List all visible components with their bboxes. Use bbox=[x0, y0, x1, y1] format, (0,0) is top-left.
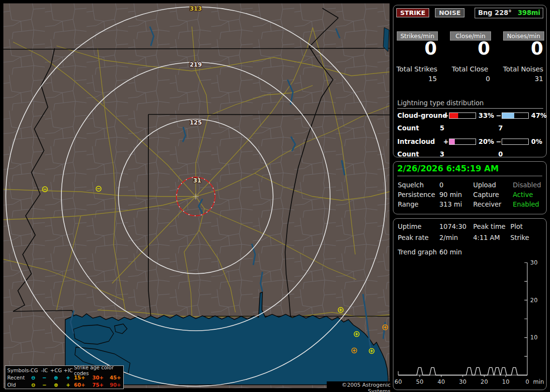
receiver-status: Enabled bbox=[513, 200, 539, 208]
minus-sign: − bbox=[496, 138, 501, 145]
trend-y-tick-label: 30 bbox=[530, 259, 537, 266]
trend-x-tick-label: 30 bbox=[459, 378, 466, 385]
lightning-map[interactable]: 313 219 125 31 bbox=[3, 3, 390, 388]
trend-x-tick-label: 50 bbox=[416, 378, 423, 385]
bearing-display: Bng 228° 398mi bbox=[475, 8, 543, 18]
cloud-ground-row: Cloud-ground + 33% − 47% bbox=[397, 112, 543, 119]
cg-plus-count: 5 bbox=[440, 124, 444, 132]
capture-status: Active bbox=[513, 191, 533, 198]
cg-minus-bar-fill bbox=[502, 113, 514, 118]
pos-cg-recent-icon: ⊕ bbox=[50, 375, 62, 380]
receiver-label: Receiver bbox=[473, 200, 501, 208]
neg-ic-recent-icon: − bbox=[39, 375, 50, 380]
bearing-range: 398mi bbox=[518, 9, 540, 16]
noises-rate-value: 0 bbox=[503, 39, 543, 59]
trend-y-tick-label: 10 bbox=[530, 334, 537, 341]
strike-button[interactable]: STRIKE bbox=[396, 8, 429, 17]
ic-minus-pct: 0% bbox=[531, 138, 542, 145]
age-90: 90+ bbox=[110, 382, 125, 388]
trend-x-tick-label: 60 bbox=[394, 378, 402, 385]
plot-mode-value: Strike bbox=[510, 234, 529, 241]
squelch-value: 0 bbox=[439, 181, 444, 189]
ic-minus-count: 0 bbox=[498, 150, 503, 158]
close-rate-value: 0 bbox=[450, 39, 490, 59]
peak-time-value: 4:11 AM bbox=[473, 234, 500, 241]
trend-graph: 3020106050403020100min bbox=[393, 250, 547, 390]
distribution-header: Lightning type distribution bbox=[397, 99, 543, 109]
range-value: 313 mi bbox=[439, 200, 462, 208]
age-45: 45+ bbox=[110, 375, 125, 380]
ic-plus-pct: 20% bbox=[478, 138, 494, 145]
legend-symbols-header: Symbols bbox=[7, 367, 28, 373]
trend-line bbox=[398, 367, 527, 375]
capture-label: Capture bbox=[473, 191, 499, 198]
squelch-label: Squelch bbox=[398, 181, 424, 189]
cg-minus-pct: 47% bbox=[531, 112, 547, 119]
pos-cg-old-icon: ⊕ bbox=[50, 382, 62, 388]
pos-ic-old-icon: + bbox=[62, 382, 74, 388]
neg-cg-old-icon: ⊖ bbox=[28, 382, 39, 388]
persistence-label: Persistence bbox=[398, 191, 435, 198]
cg-plus-bar-fill bbox=[449, 113, 458, 118]
age-75: 75+ bbox=[92, 382, 110, 388]
cg-plus-pct: 33% bbox=[478, 112, 494, 119]
map-legend: Symbols -CG -IC +CG +IC Strike age color… bbox=[5, 365, 124, 389]
trend-x-tick-label: 10 bbox=[502, 378, 509, 385]
plus-sign: + bbox=[443, 138, 449, 145]
trend-x-unit-label: min bbox=[533, 378, 544, 385]
ic-plus-count: 3 bbox=[440, 150, 444, 158]
total-strikes-value: 15 bbox=[397, 75, 437, 83]
info-trend-panel: Uptime 1074:30 Peak time Plot Peak rate … bbox=[393, 218, 547, 390]
bearing-value: Bng 228° bbox=[478, 9, 511, 16]
trend-x-tick-label: 40 bbox=[437, 378, 445, 385]
intracloud-row: Intracloud + 20% − 0% bbox=[397, 138, 543, 145]
intracloud-count-row: Count 3 0 bbox=[397, 150, 543, 158]
total-close-label: Total Close bbox=[447, 65, 493, 73]
upload-label: Upload bbox=[473, 181, 496, 189]
total-strikes-label: Total Strikes bbox=[394, 65, 440, 73]
ring-label-219: 219 bbox=[189, 61, 202, 68]
total-noises-label: Total Noises bbox=[500, 65, 546, 73]
datetime-display: 2/26/2026 6:45:19 AM bbox=[397, 164, 542, 176]
cg-plus-bar bbox=[449, 112, 476, 119]
cg-minus-bar bbox=[502, 112, 529, 119]
legend-header-neg-ic: -IC bbox=[39, 367, 50, 373]
trend-axes bbox=[398, 263, 527, 377]
strike-stats-panel: STRIKE NOISE Bng 228° 398mi Strikes/min … bbox=[393, 5, 547, 157]
pos-ic-recent-icon: + bbox=[62, 375, 74, 380]
age-60: 60+ bbox=[74, 382, 92, 388]
total-noises-value: 31 bbox=[503, 75, 543, 83]
uptime-label: Uptime bbox=[398, 223, 421, 230]
peak-rate-label: Peak rate bbox=[398, 234, 429, 241]
ring-label-31: 31 bbox=[193, 177, 202, 184]
persistence-value: 90 min bbox=[439, 191, 462, 198]
intracloud-label: Intracloud bbox=[397, 138, 435, 145]
uptime-value: 1074:30 bbox=[439, 223, 466, 230]
cg-minus-count: 7 bbox=[498, 124, 503, 132]
peak-time-label: Peak time bbox=[473, 223, 506, 230]
range-label: Range bbox=[398, 200, 419, 208]
peak-rate-value: 2/min bbox=[439, 234, 458, 241]
ic-minus-bar bbox=[502, 139, 529, 145]
legend-row-old-label: Old bbox=[7, 382, 28, 388]
trend-y-tick-label: 20 bbox=[530, 297, 537, 304]
legend-header-neg-cg: -CG bbox=[28, 367, 39, 373]
neg-cg-recent-icon: ⊖ bbox=[28, 375, 39, 380]
status-panel: 2/26/2026 6:45:19 AM Squelch 0 Upload Di… bbox=[393, 161, 547, 214]
ring-label-313: 313 bbox=[189, 5, 202, 12]
strikes-rate-value: 0 bbox=[397, 39, 437, 59]
neg-ic-old-icon: − bbox=[39, 382, 50, 388]
count-label: Count bbox=[397, 124, 419, 132]
trend-x-tick-label: 20 bbox=[480, 378, 488, 385]
upload-status: Disabled bbox=[513, 181, 541, 189]
count-label: Count bbox=[397, 150, 419, 158]
ic-plus-bar-fill bbox=[449, 139, 455, 144]
plot-label: Plot bbox=[510, 223, 522, 230]
age-15: 15+ bbox=[74, 375, 92, 380]
noise-button[interactable]: NOISE bbox=[435, 8, 464, 17]
cloud-ground-label: Cloud-ground bbox=[397, 112, 447, 119]
total-close-value: 0 bbox=[450, 75, 490, 83]
ring-label-125: 125 bbox=[189, 119, 202, 126]
cloud-ground-count-row: Count 5 7 bbox=[397, 124, 543, 132]
ic-plus-bar bbox=[449, 139, 476, 145]
